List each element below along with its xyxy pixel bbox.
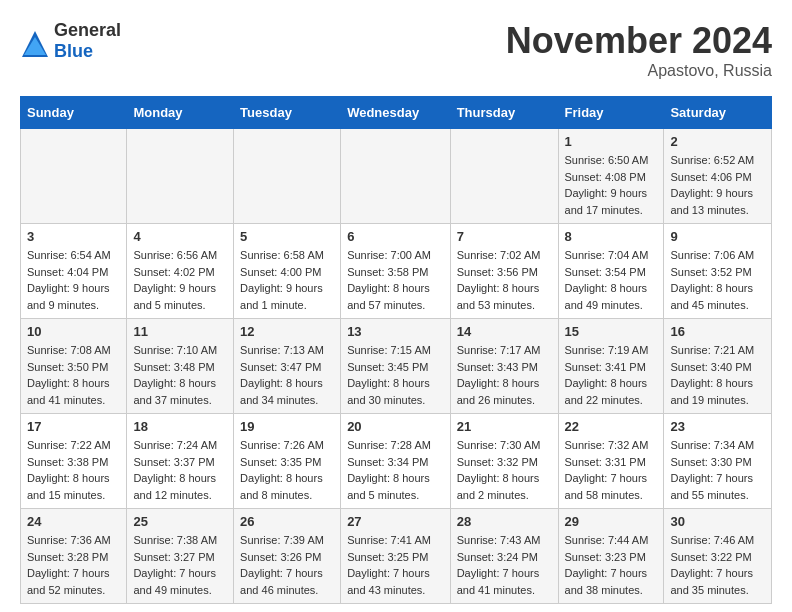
logo-icon [20, 29, 50, 53]
location: Apastovo, Russia [506, 62, 772, 80]
sunset: Sunset: 3:47 PM [240, 361, 321, 373]
sunrise: Sunrise: 7:32 AM [565, 439, 649, 451]
day-info: Sunrise: 7:22 AMSunset: 3:38 PMDaylight:… [27, 437, 120, 503]
svg-marker-1 [24, 37, 46, 55]
sunrise: Sunrise: 7:21 AM [670, 344, 754, 356]
header-thursday: Thursday [450, 97, 558, 129]
sunset: Sunset: 4:04 PM [27, 266, 108, 278]
logo-blue: Blue [54, 41, 93, 61]
day-info: Sunrise: 6:54 AMSunset: 4:04 PMDaylight:… [27, 247, 120, 313]
sunset: Sunset: 3:41 PM [565, 361, 646, 373]
day-info: Sunrise: 7:32 AMSunset: 3:31 PMDaylight:… [565, 437, 658, 503]
sunset: Sunset: 3:23 PM [565, 551, 646, 563]
sunrise: Sunrise: 6:50 AM [565, 154, 649, 166]
day-number: 14 [457, 324, 552, 339]
day-info: Sunrise: 7:10 AMSunset: 3:48 PMDaylight:… [133, 342, 227, 408]
sunrise: Sunrise: 6:54 AM [27, 249, 111, 261]
header-monday: Monday [127, 97, 234, 129]
sunrise: Sunrise: 7:00 AM [347, 249, 431, 261]
daylight: Daylight: 7 hours and 46 minutes. [240, 567, 323, 596]
table-row: 18Sunrise: 7:24 AMSunset: 3:37 PMDayligh… [127, 414, 234, 509]
sunset: Sunset: 3:48 PM [133, 361, 214, 373]
table-row: 10Sunrise: 7:08 AMSunset: 3:50 PMDayligh… [21, 319, 127, 414]
day-number: 5 [240, 229, 334, 244]
daylight: Daylight: 7 hours and 38 minutes. [565, 567, 648, 596]
sunset: Sunset: 4:02 PM [133, 266, 214, 278]
day-info: Sunrise: 7:19 AMSunset: 3:41 PMDaylight:… [565, 342, 658, 408]
table-row: 26Sunrise: 7:39 AMSunset: 3:26 PMDayligh… [234, 509, 341, 604]
daylight: Daylight: 8 hours and 5 minutes. [347, 472, 430, 501]
day-info: Sunrise: 7:43 AMSunset: 3:24 PMDaylight:… [457, 532, 552, 598]
day-number: 11 [133, 324, 227, 339]
day-info: Sunrise: 7:04 AMSunset: 3:54 PMDaylight:… [565, 247, 658, 313]
day-number: 19 [240, 419, 334, 434]
daylight: Daylight: 7 hours and 52 minutes. [27, 567, 110, 596]
day-info: Sunrise: 7:41 AMSunset: 3:25 PMDaylight:… [347, 532, 444, 598]
daylight: Daylight: 8 hours and 12 minutes. [133, 472, 216, 501]
sunset: Sunset: 3:35 PM [240, 456, 321, 468]
day-number: 23 [670, 419, 765, 434]
sunset: Sunset: 3:37 PM [133, 456, 214, 468]
table-row: 9Sunrise: 7:06 AMSunset: 3:52 PMDaylight… [664, 224, 772, 319]
day-info: Sunrise: 7:39 AMSunset: 3:26 PMDaylight:… [240, 532, 334, 598]
table-row: 6Sunrise: 7:00 AMSunset: 3:58 PMDaylight… [341, 224, 451, 319]
table-row [450, 129, 558, 224]
header-sunday: Sunday [21, 97, 127, 129]
day-number: 22 [565, 419, 658, 434]
table-row: 12Sunrise: 7:13 AMSunset: 3:47 PMDayligh… [234, 319, 341, 414]
day-number: 1 [565, 134, 658, 149]
table-row [21, 129, 127, 224]
day-number: 10 [27, 324, 120, 339]
sunrise: Sunrise: 7:10 AM [133, 344, 217, 356]
day-info: Sunrise: 7:34 AMSunset: 3:30 PMDaylight:… [670, 437, 765, 503]
day-info: Sunrise: 7:02 AMSunset: 3:56 PMDaylight:… [457, 247, 552, 313]
calendar-week-row: 24Sunrise: 7:36 AMSunset: 3:28 PMDayligh… [21, 509, 772, 604]
sunset: Sunset: 3:31 PM [565, 456, 646, 468]
table-row: 28Sunrise: 7:43 AMSunset: 3:24 PMDayligh… [450, 509, 558, 604]
sunset: Sunset: 4:00 PM [240, 266, 321, 278]
table-row [341, 129, 451, 224]
sunset: Sunset: 4:08 PM [565, 171, 646, 183]
day-info: Sunrise: 7:36 AMSunset: 3:28 PMDaylight:… [27, 532, 120, 598]
day-number: 18 [133, 419, 227, 434]
sunset: Sunset: 4:06 PM [670, 171, 751, 183]
daylight: Daylight: 8 hours and 2 minutes. [457, 472, 540, 501]
header-saturday: Saturday [664, 97, 772, 129]
sunset: Sunset: 3:54 PM [565, 266, 646, 278]
table-row: 13Sunrise: 7:15 AMSunset: 3:45 PMDayligh… [341, 319, 451, 414]
day-number: 8 [565, 229, 658, 244]
sunrise: Sunrise: 7:19 AM [565, 344, 649, 356]
sunrise: Sunrise: 7:15 AM [347, 344, 431, 356]
day-info: Sunrise: 7:17 AMSunset: 3:43 PMDaylight:… [457, 342, 552, 408]
sunset: Sunset: 3:58 PM [347, 266, 428, 278]
sunrise: Sunrise: 6:56 AM [133, 249, 217, 261]
sunset: Sunset: 3:26 PM [240, 551, 321, 563]
page-header: General Blue November 2024 Apastovo, Rus… [20, 20, 772, 80]
day-info: Sunrise: 7:30 AMSunset: 3:32 PMDaylight:… [457, 437, 552, 503]
calendar-week-row: 3Sunrise: 6:54 AMSunset: 4:04 PMDaylight… [21, 224, 772, 319]
daylight: Daylight: 8 hours and 57 minutes. [347, 282, 430, 311]
daylight: Daylight: 7 hours and 55 minutes. [670, 472, 753, 501]
sunrise: Sunrise: 7:34 AM [670, 439, 754, 451]
day-info: Sunrise: 7:06 AMSunset: 3:52 PMDaylight:… [670, 247, 765, 313]
table-row: 30Sunrise: 7:46 AMSunset: 3:22 PMDayligh… [664, 509, 772, 604]
day-info: Sunrise: 6:56 AMSunset: 4:02 PMDaylight:… [133, 247, 227, 313]
day-number: 13 [347, 324, 444, 339]
weekday-header-row: Sunday Monday Tuesday Wednesday Thursday… [21, 97, 772, 129]
daylight: Daylight: 8 hours and 19 minutes. [670, 377, 753, 406]
day-info: Sunrise: 7:21 AMSunset: 3:40 PMDaylight:… [670, 342, 765, 408]
sunrise: Sunrise: 7:13 AM [240, 344, 324, 356]
table-row: 25Sunrise: 7:38 AMSunset: 3:27 PMDayligh… [127, 509, 234, 604]
daylight: Daylight: 9 hours and 1 minute. [240, 282, 323, 311]
day-number: 6 [347, 229, 444, 244]
table-row: 14Sunrise: 7:17 AMSunset: 3:43 PMDayligh… [450, 319, 558, 414]
sunrise: Sunrise: 6:58 AM [240, 249, 324, 261]
calendar-table: Sunday Monday Tuesday Wednesday Thursday… [20, 96, 772, 604]
table-row: 29Sunrise: 7:44 AMSunset: 3:23 PMDayligh… [558, 509, 664, 604]
sunset: Sunset: 3:24 PM [457, 551, 538, 563]
title-block: November 2024 Apastovo, Russia [506, 20, 772, 80]
day-number: 9 [670, 229, 765, 244]
table-row: 4Sunrise: 6:56 AMSunset: 4:02 PMDaylight… [127, 224, 234, 319]
sunrise: Sunrise: 7:30 AM [457, 439, 541, 451]
daylight: Daylight: 9 hours and 17 minutes. [565, 187, 648, 216]
